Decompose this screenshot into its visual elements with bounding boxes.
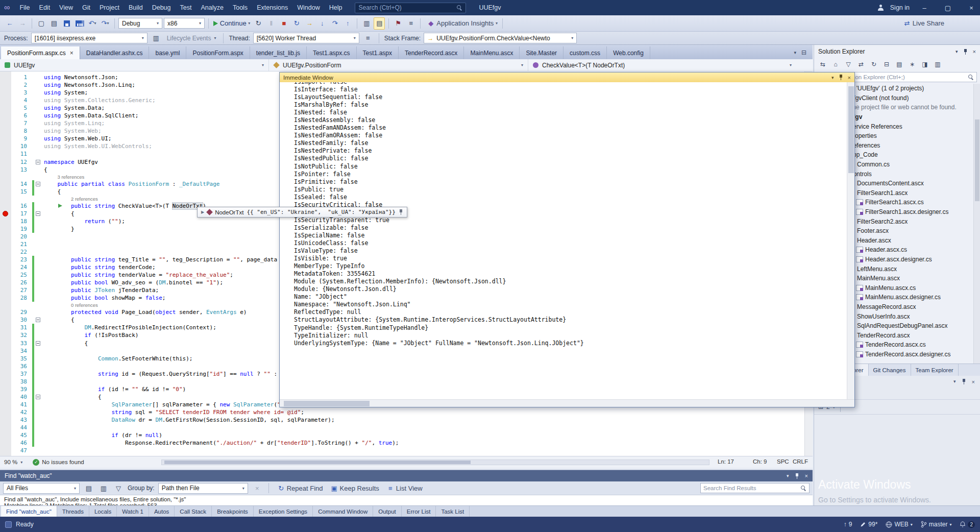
process-list-icon[interactable]: ▥ bbox=[151, 32, 162, 44]
active-files-dropdown-icon[interactable]: ▾ bbox=[794, 50, 796, 55]
breakpoint-margin[interactable] bbox=[0, 416, 11, 424]
list-view-button[interactable]: ≡List View bbox=[384, 482, 424, 494]
keep-results-button[interactable]: ▣Keep Results bbox=[328, 482, 380, 494]
clear-results-icon[interactable]: × bbox=[252, 482, 263, 494]
open-file-icon[interactable]: ▤ bbox=[48, 17, 60, 30]
scrollbar-thumb[interactable] bbox=[284, 401, 370, 406]
find-results-content[interactable]: Find all "watch_auc", Include miscellane… bbox=[0, 495, 813, 506]
panel-tab[interactable]: Output bbox=[373, 506, 402, 517]
breakpoint-margin[interactable] bbox=[0, 401, 11, 408]
breakpoint-margin[interactable] bbox=[0, 233, 11, 240]
breakpoint-margin[interactable] bbox=[0, 279, 11, 286]
restore-button[interactable]: ▢ bbox=[939, 0, 957, 15]
restart-icon[interactable]: ↻ bbox=[291, 17, 302, 30]
immediate-window-icon[interactable]: ▤ bbox=[374, 17, 385, 30]
pin-icon[interactable] bbox=[795, 473, 799, 479]
collapse-box-icon[interactable] bbox=[36, 318, 40, 322]
editor-horizontal-scrollbar[interactable] bbox=[161, 460, 709, 465]
find-panel-title-bar[interactable]: Find "watch_auc" ▾ × bbox=[0, 470, 813, 481]
properties-icon[interactable]: ∗ bbox=[906, 60, 918, 69]
close-button[interactable]: × bbox=[963, 0, 980, 15]
breakpoint-margin[interactable] bbox=[0, 385, 11, 393]
panel-tab[interactable]: Error List bbox=[402, 506, 436, 517]
breakpoint-margin[interactable] bbox=[0, 286, 11, 294]
step-over-icon[interactable]: ↷ bbox=[329, 17, 340, 30]
panel-tab[interactable]: Threads bbox=[57, 506, 89, 517]
save-icon[interactable] bbox=[61, 17, 72, 30]
panel-tab[interactable]: Team Explorer bbox=[911, 364, 959, 376]
navigate-back-icon[interactable]: ← bbox=[4, 17, 15, 30]
panel-tab[interactable]: Call Stack bbox=[175, 506, 212, 517]
show-all-files-icon[interactable]: ▤ bbox=[894, 60, 905, 69]
menu-analyze[interactable]: Analyze bbox=[196, 0, 228, 15]
platform-combo[interactable]: x86▾ bbox=[164, 18, 205, 29]
menu-extensions[interactable]: Extensions bbox=[252, 0, 292, 15]
breakpoint-icon[interactable] bbox=[3, 211, 8, 216]
notifications-button[interactable]: 2 bbox=[960, 521, 975, 528]
code-line[interactable]: 47 bbox=[0, 447, 813, 454]
close-icon[interactable]: × bbox=[972, 379, 975, 385]
breakpoint-margin[interactable] bbox=[0, 362, 11, 370]
tab-close-icon[interactable]: × bbox=[70, 50, 74, 57]
scrollbar-thumb[interactable] bbox=[164, 461, 471, 464]
breakpoint-margin[interactable] bbox=[0, 294, 11, 302]
menu-view[interactable]: View bbox=[55, 0, 78, 15]
panel-tab[interactable]: Git Changes bbox=[869, 364, 911, 376]
breakpoint-margin[interactable] bbox=[0, 180, 11, 188]
breakpoint-margin[interactable] bbox=[0, 89, 11, 96]
menu-project[interactable]: Project bbox=[95, 0, 124, 15]
zoom-combo[interactable]: 90 %▾ bbox=[0, 459, 27, 465]
breakpoint-margin[interactable] bbox=[0, 263, 11, 271]
breakpoint-margin[interactable] bbox=[0, 308, 11, 316]
menu-edit[interactable]: Edit bbox=[35, 0, 55, 15]
preview-selected-icon[interactable]: ◨ bbox=[919, 60, 930, 69]
breakpoint-margin[interactable] bbox=[0, 74, 11, 81]
pin-icon[interactable] bbox=[963, 49, 968, 55]
document-tab[interactable]: Test1.aspx bbox=[357, 46, 399, 59]
breakpoint-margin[interactable] bbox=[0, 240, 11, 248]
breadcrumb-project[interactable]: UUEfgv ▾ bbox=[0, 59, 269, 71]
menu-git[interactable]: Git bbox=[78, 0, 95, 15]
debugger-data-tip[interactable]: ▶ NodeOrTxt {{ "en_US": "Ukraine", "uk_U… bbox=[197, 207, 407, 217]
sign-in-button[interactable]: Sign in bbox=[890, 4, 910, 11]
immediate-vertical-scrollbar[interactable] bbox=[847, 82, 854, 399]
configuration-combo[interactable]: Debug▾ bbox=[118, 18, 162, 29]
code-line[interactable]: 44 bbox=[0, 424, 813, 431]
document-tab[interactable]: TenderRecord.ascx bbox=[399, 46, 464, 59]
scrollbar-thumb[interactable] bbox=[975, 119, 979, 201]
collapse-box-icon[interactable] bbox=[36, 182, 40, 186]
collapse-box-icon[interactable] bbox=[36, 160, 40, 164]
document-tab[interactable]: Web.config bbox=[607, 46, 650, 59]
panel-tab[interactable]: Locals bbox=[89, 506, 117, 517]
panel-tab[interactable]: Breakpoints bbox=[212, 506, 254, 517]
code-line[interactable]: 46 Response.RedirectPermanent("./auction… bbox=[0, 439, 813, 447]
new-file-icon[interactable]: ▢ bbox=[36, 17, 47, 30]
breakpoint-margin[interactable] bbox=[0, 347, 11, 355]
breadcrumb-member[interactable]: CheckValue<T>(T NodeOrTxt) ▾ bbox=[528, 59, 796, 71]
minimize-button[interactable]: – bbox=[916, 0, 933, 15]
float-window-icon[interactable]: ⊟ bbox=[801, 49, 806, 56]
breakpoint-margin[interactable] bbox=[0, 166, 11, 174]
document-tab[interactable]: PositionForm.aspx bbox=[186, 46, 250, 59]
thread-flag-icon[interactable]: ≡ bbox=[362, 32, 374, 44]
continue-button[interactable]: Continue ▾ bbox=[212, 17, 251, 30]
issues-indicator[interactable]: ✓ No issues found bbox=[33, 459, 84, 466]
document-tab[interactable]: Test1.aspx.cs bbox=[307, 46, 357, 59]
document-tab[interactable]: custom.css bbox=[564, 46, 607, 59]
branch-button[interactable]: master▾ bbox=[921, 521, 952, 528]
close-icon[interactable]: × bbox=[973, 49, 976, 55]
document-tab[interactable]: DataHandler.ashx.cs bbox=[80, 46, 150, 59]
document-tab[interactable]: Site.Master bbox=[520, 46, 564, 59]
live-share-button[interactable]: ⇄Live Share bbox=[900, 17, 945, 30]
search-input[interactable] bbox=[358, 4, 457, 11]
scrollbar-thumb[interactable] bbox=[848, 86, 854, 173]
tree-scrollbar[interactable] bbox=[973, 84, 980, 364]
breakpoint-margin[interactable] bbox=[0, 393, 11, 401]
stack-frame-combo[interactable]: →UUEfgv.PositionForm.CheckValue<Newto▾ bbox=[424, 33, 577, 43]
menu-debug[interactable]: Debug bbox=[148, 0, 176, 15]
document-tab[interactable]: base.yml bbox=[149, 46, 186, 59]
window-position-icon[interactable]: ▾ bbox=[787, 473, 789, 478]
code-line[interactable]: 43 DataRow dr = DM.GetFirstRow(Session.S… bbox=[0, 416, 813, 424]
breakpoint-margin[interactable] bbox=[0, 378, 11, 385]
breakpoint-margin[interactable] bbox=[0, 225, 11, 233]
